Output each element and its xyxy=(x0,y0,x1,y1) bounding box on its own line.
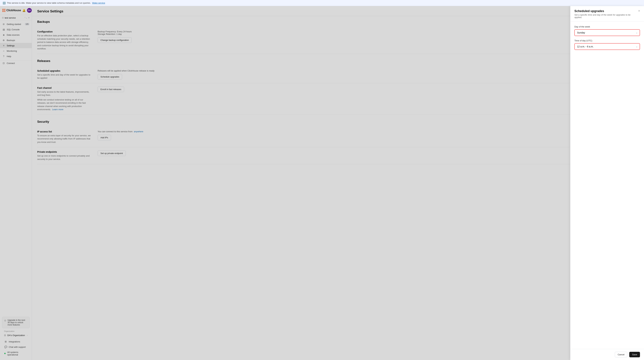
day-of-week-select[interactable]: Sunday Monday Tuesday Wednesday Thursday… xyxy=(575,30,640,36)
panel-close-button[interactable]: × xyxy=(638,9,640,12)
panel-header: Scheduled upgrades Set a specific time a… xyxy=(570,6,644,21)
cancel-button[interactable]: Cancel xyxy=(615,352,627,357)
scheduled-upgrades-panel: Scheduled upgrades Set a specific time a… xyxy=(570,6,644,360)
wake-service-link[interactable]: Wake service xyxy=(92,2,105,4)
panel-body: Day of the week Sunday Monday Tuesday We… xyxy=(570,21,644,349)
time-of-day-select[interactable]: 12 a.m. - 6 a.m. 6 a.m. - 12 p.m. 12 p.m… xyxy=(575,43,640,50)
panel-overlay[interactable] xyxy=(0,6,644,360)
top-banner: ℹ️ This service is idle. Wake your servi… xyxy=(0,0,644,6)
time-label: Time of day (UTC) xyxy=(574,39,640,42)
day-of-week-field: Day of the week Sunday Monday Tuesday We… xyxy=(574,25,640,36)
panel-title-block: Scheduled upgrades Set a specific time a… xyxy=(574,9,638,18)
banner-icon: ℹ️ xyxy=(3,2,6,4)
panel-subtitle: Set a specific time and day of the week … xyxy=(574,13,638,18)
save-button[interactable]: Save xyxy=(629,352,640,357)
banner-text: This service is idle. Wake your service … xyxy=(7,2,91,4)
panel-footer: Cancel Save xyxy=(570,349,644,360)
day-label: Day of the week xyxy=(574,25,640,28)
time-of-day-field: Time of day (UTC) 12 a.m. - 6 a.m. 6 a.m… xyxy=(574,39,640,50)
panel-title: Scheduled upgrades xyxy=(574,9,638,13)
time-select-wrapper: 12 a.m. - 6 a.m. 6 a.m. - 12 p.m. 12 p.m… xyxy=(574,43,640,50)
day-select-wrapper: Sunday Monday Tuesday Wednesday Thursday… xyxy=(574,29,640,36)
